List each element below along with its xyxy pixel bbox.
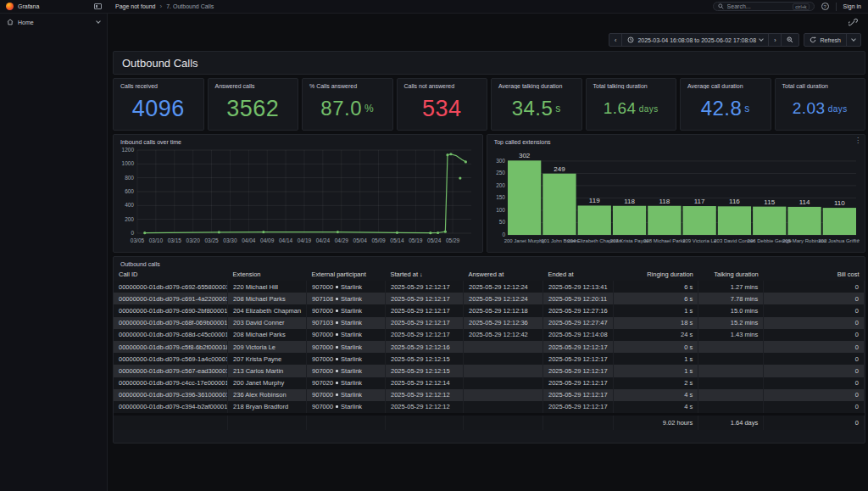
chevron-down-icon [759, 36, 764, 42]
refresh-interval-dropdown[interactable] [847, 34, 860, 46]
column-header-answered-at[interactable]: Answered at [464, 267, 543, 281]
sidebar-item-home[interactable]: Home [0, 14, 107, 31]
talking-total: 1.64 days [698, 415, 764, 431]
refresh-label: Refresh [820, 37, 841, 43]
svg-text:118: 118 [624, 198, 635, 205]
column-header-bill-cost[interactable]: Bill cost [764, 267, 865, 281]
participant-dot-icon [336, 358, 338, 360]
table-row: 00000000-01db-d079-c4cc-17e000001827200 … [114, 377, 865, 389]
svg-text:118: 118 [659, 198, 670, 205]
svg-text:04/09: 04/09 [260, 237, 275, 243]
cell-extension: 236 Alex Robinson [228, 389, 307, 401]
cell-ringing-duration: 1 s [614, 365, 698, 377]
cell-ringing-duration: 0 s [614, 341, 698, 353]
cell-ended-at: 2025-05-29 12:12:17 [542, 365, 613, 377]
svg-text:208 Michael Parks: 208 Michael Parks [643, 238, 685, 243]
svg-text:114: 114 [798, 198, 810, 206]
table-row: 00000000-01db-d079-c691-4a220000182e208 … [114, 293, 865, 304]
column-header-ringing-duration[interactable]: Ringing duration [614, 267, 698, 281]
svg-text:05/24: 05/24 [427, 237, 442, 243]
table-row: 00000000-01db-d079-c569-1a4c00001829207 … [114, 353, 865, 365]
column-header-ended-at[interactable]: Ended at [542, 267, 613, 281]
line-chart-svg: 02004006008001000120003/0503/1003/1503/2… [114, 145, 478, 245]
time-range-back-button[interactable]: ‹ [609, 34, 622, 46]
cell-ended-at: 2025-05-29 12:12:17 [542, 377, 613, 389]
cell-talking-duration [698, 389, 764, 401]
chevron-down-icon [851, 36, 856, 42]
refresh-button[interactable]: Refresh [804, 34, 847, 46]
column-header-call-id[interactable]: Call ID [114, 267, 228, 281]
help-icon[interactable]: ? [821, 3, 829, 10]
svg-text:04/24: 04/24 [316, 237, 331, 243]
stat-panel-1: Answered calls3562 [208, 78, 299, 131]
grafana-logo-icon[interactable] [6, 3, 14, 10]
cell-external-participant: 907000Starlink [307, 341, 386, 353]
stat-panel-3: Calls not answered534 [397, 78, 488, 131]
stat-title: Total talking duration [587, 79, 676, 89]
dock-sidebar-icon[interactable] [94, 3, 102, 9]
cell-ended-at: 2025-05-29 12:12:17 [542, 353, 613, 365]
participant-dot-icon [336, 393, 338, 396]
sign-in-button[interactable]: Sign in [843, 3, 861, 9]
column-header-extension[interactable]: Extension [228, 267, 307, 281]
share-link-icon[interactable] [849, 18, 858, 27]
search-input[interactable] [727, 3, 790, 9]
svg-text:300: 300 [496, 158, 505, 164]
cell-started-at: 2025-05-29 12:12:17 [386, 329, 464, 341]
column-header-talking-duration[interactable]: Talking duration [698, 267, 764, 281]
bar [787, 207, 821, 235]
breadcrumb-root[interactable]: Page not found [115, 3, 156, 9]
cell-extension: 200 Janet Murphy [228, 377, 307, 389]
table-row: 00000000-01db-d079-c396-361000001826236 … [114, 389, 865, 401]
cell-extension: 209 Victoria Le [228, 341, 307, 353]
stat-value: 87.0% [303, 91, 392, 126]
cell-ringing-duration: 6 s [614, 281, 698, 293]
cell-talking-duration [698, 341, 764, 353]
bar [508, 160, 541, 235]
time-range-forward-button[interactable]: › [769, 34, 782, 46]
cell-answered-at: 2025-05-29 12:12:42 [464, 329, 543, 341]
chevron-down-icon[interactable] [96, 19, 101, 24]
cell-ended-at: 2025-05-29 12:27:47 [542, 317, 613, 329]
svg-text:03/30: 03/30 [223, 237, 237, 243]
bar [542, 174, 576, 235]
stat-panel-0: Calls received4096 [113, 78, 204, 131]
zoom-out-button[interactable] [782, 34, 798, 46]
search-input-wrap[interactable]: ctrl+k [713, 2, 815, 11]
brand-label: Grafana [18, 3, 39, 9]
refresh-icon [810, 36, 816, 43]
participant-dot-icon [336, 405, 338, 408]
cell-answered-at [464, 401, 543, 415]
stat-title: Average call duration [681, 79, 771, 89]
svg-text:05/29: 05/29 [446, 237, 460, 243]
cell-call-id: 00000000-01db-d079-c5f8-6b2f0000182a [114, 341, 228, 353]
stat-value: 4096 [114, 91, 203, 126]
participant-dot-icon [336, 298, 338, 300]
cell-ended-at: 2025-05-29 12:12:17 [542, 401, 613, 415]
cell-started-at: 2025-05-29 12:12:12 [386, 389, 464, 401]
nav-divider [836, 3, 837, 11]
cell-bill-cost: 0 [764, 281, 865, 293]
search-icon [718, 3, 724, 9]
svg-text:03/25: 03/25 [204, 237, 219, 243]
cell-answered-at: 2025-05-29 12:12:24 [464, 293, 543, 304]
time-range-picker[interactable]: 2025-03-04 16:08:08 to 2025-06-02 17:08:… [622, 34, 769, 46]
cell-extension: 208 Michael Parks [228, 329, 307, 341]
bar-chart-panel: Top called extensions ⋮ 0501001502002503… [487, 134, 865, 253]
cell-started-at: 2025-05-29 12:12:12 [386, 401, 464, 415]
cell-call-id: 00000000-01db-d079-c4cc-17e000001827 [114, 377, 228, 389]
panel-menu-kebab-icon[interactable]: ⋮ [854, 137, 861, 144]
column-header-external-participant[interactable]: External participant [307, 267, 386, 281]
stat-value: 1.64days [587, 91, 676, 126]
svg-text:150: 150 [496, 194, 505, 200]
cell-extension: 213 Carlos Martin [228, 365, 307, 377]
column-header-started-at[interactable]: Started at ↓ [386, 267, 464, 281]
breadcrumb-current[interactable]: 7. Outbound Calls [166, 3, 214, 9]
sidebar-home-label: Home [18, 20, 34, 25]
cell-bill-cost: 0 [764, 341, 865, 353]
cell-external-participant: 907000Starlink [307, 329, 386, 341]
cell-external-participant: 907000Starlink [307, 353, 386, 365]
cell-extension: 220 Michael Hill [228, 281, 307, 293]
cell-external-participant: 907000Starlink [307, 304, 386, 316]
sort-desc-icon: ↓ [418, 271, 422, 277]
